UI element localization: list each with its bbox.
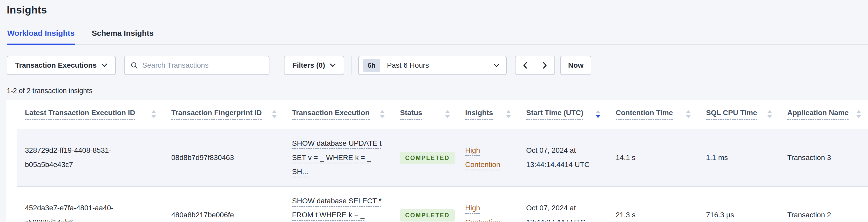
filters-button[interactable]: Filters (0) <box>284 56 344 75</box>
execution-type-dropdown[interactable]: Transaction Executions <box>7 56 116 75</box>
column-header-latest-execution-id[interactable]: Latest Transaction Execution ID <box>17 109 163 120</box>
filters-label: Filters (0) <box>292 61 325 69</box>
insights-table-card: Latest Transaction Execution ID Transact… <box>6 100 868 221</box>
column-header-start-time[interactable]: Start Time (UTC) <box>518 109 608 120</box>
toolbar: Transaction Executions Filters (0) 6h Pa… <box>7 56 868 75</box>
high-contention-link[interactable]: High Contention <box>465 201 512 221</box>
chevron-right-icon <box>543 62 547 69</box>
column-header-fingerprint-id[interactable]: Transaction Fingerprint ID <box>163 109 284 120</box>
cell-sql-cpu-time: 1.1 ms <box>698 151 779 165</box>
sort-desc-icon <box>595 110 601 118</box>
sort-icon <box>856 110 861 118</box>
transaction-query-link[interactable]: SHOW database UPDATE t SET v = _ WHERE k… <box>292 136 385 179</box>
results-count: 1-2 of 2 transaction insights <box>7 87 868 95</box>
column-header-status[interactable]: Status <box>392 109 457 120</box>
previous-time-button[interactable] <box>515 56 535 75</box>
sort-icon <box>767 110 772 118</box>
search-input[interactable] <box>142 61 263 69</box>
insights-page: Insights Workload Insights Schema Insigh… <box>0 0 868 222</box>
cell-application-name: Transaction 3 <box>779 151 868 165</box>
cell-start-time: Oct 07, 2024 at 13:44:14.4414 UTC <box>518 144 608 172</box>
tab-bar: Workload Insights Schema Insights <box>7 29 868 45</box>
sort-icon <box>506 110 511 118</box>
cell-transaction-execution: SHOW database SELECT * FROM t WHERE k = … <box>284 194 392 221</box>
column-header-insights[interactable]: Insights <box>457 109 518 120</box>
cell-contention-time: 21.3 s <box>608 208 698 221</box>
chevron-down-icon <box>330 64 336 67</box>
time-range-picker[interactable]: 6h Past 6 Hours <box>358 56 507 75</box>
status-badge: COMPLETED <box>400 152 455 164</box>
column-header-transaction-execution[interactable]: Transaction Execution <box>284 109 392 120</box>
page-title: Insights <box>7 4 868 16</box>
cell-contention-time: 14.1 s <box>608 151 698 165</box>
cell-sql-cpu-time: 716.3 µs <box>698 208 779 221</box>
now-label: Now <box>568 61 584 69</box>
cell-transaction-execution: SHOW database UPDATE t SET v = _ WHERE k… <box>284 136 392 179</box>
cell-status: COMPLETED <box>392 208 457 221</box>
next-time-button[interactable] <box>535 56 555 75</box>
cell-fingerprint-id: 480a8b217be006fe <box>163 208 284 221</box>
cell-execution-id: 452da3e7-e7fa-4801-aa40-c59988d14eb6 <box>17 201 163 221</box>
cell-application-name: Transaction 2 <box>779 208 868 221</box>
sort-icon <box>151 110 156 118</box>
table-row: 452da3e7-e7fa-4801-aa40-c59988d14eb6 480… <box>17 187 868 221</box>
search-icon <box>130 61 138 69</box>
tab-workload-insights[interactable]: Workload Insights <box>7 29 75 44</box>
status-badge: COMPLETED <box>400 209 455 221</box>
search-box <box>124 56 270 75</box>
high-contention-link[interactable]: High Contention <box>465 144 512 172</box>
toolbar-divider <box>351 56 351 75</box>
transaction-query-link[interactable]: SHOW database SELECT * FROM t WHERE k = … <box>292 194 385 221</box>
sort-icon <box>272 110 277 118</box>
column-header-application-name[interactable]: Application Name <box>779 109 868 120</box>
time-pager <box>515 56 555 75</box>
now-button[interactable]: Now <box>560 56 591 75</box>
table-header-row: Latest Transaction Execution ID Transact… <box>17 100 868 129</box>
time-range-label: Past 6 Hours <box>387 61 429 69</box>
chevron-down-icon <box>494 64 499 67</box>
sort-icon <box>380 110 385 118</box>
cell-status: COMPLETED <box>392 151 457 165</box>
time-range-badge: 6h <box>363 59 380 72</box>
cell-insight: High Contention <box>457 201 518 221</box>
cell-insight: High Contention <box>457 144 518 172</box>
sort-icon <box>445 110 450 118</box>
insights-table: Latest Transaction Execution ID Transact… <box>17 100 868 221</box>
sort-icon <box>686 110 691 118</box>
chevron-left-icon <box>523 62 527 69</box>
cell-start-time: Oct 07, 2024 at 13:44:07.447 UTC <box>518 201 608 221</box>
cell-fingerprint-id: 08d8b7d97f830463 <box>163 151 284 165</box>
column-header-contention-time[interactable]: Contention Time <box>608 109 698 120</box>
chevron-down-icon <box>101 64 107 67</box>
execution-type-label: Transaction Executions <box>15 61 97 69</box>
column-header-sql-cpu-time[interactable]: SQL CPU Time <box>698 109 779 120</box>
cell-execution-id: 328729d2-ff19-4408-8531-b05a5b4e43c7 <box>17 144 163 172</box>
table-row: 328729d2-ff19-4408-8531-b05a5b4e43c7 08d… <box>17 129 868 187</box>
tab-schema-insights[interactable]: Schema Insights <box>91 29 154 44</box>
